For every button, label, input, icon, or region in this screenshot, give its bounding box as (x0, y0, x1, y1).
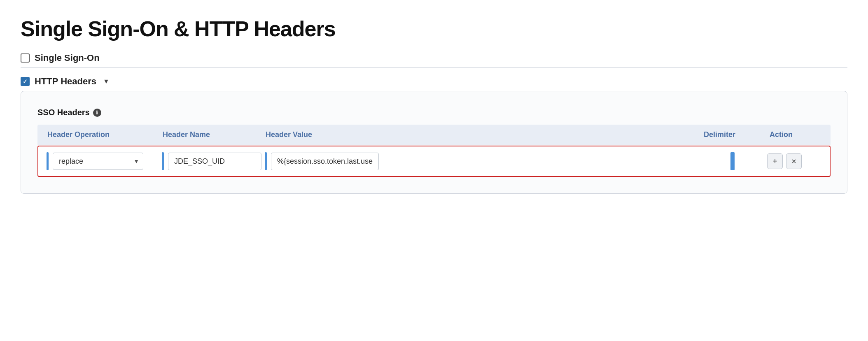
col-header-operation: Header Operation (44, 130, 159, 139)
name-col-divider (162, 152, 164, 170)
http-headers-label: HTTP Headers (35, 76, 96, 87)
table-row: replace add remove set ▼ (38, 146, 830, 176)
sso-headers-title-text: SSO Headers (37, 108, 90, 117)
delimiter-bar (730, 152, 735, 170)
col-header-action: Action (766, 130, 824, 139)
col-header-delimiter: Delimiter (700, 130, 766, 139)
value-cell-inner (265, 152, 379, 170)
value-col-divider (265, 152, 267, 170)
info-icon[interactable]: ℹ (93, 109, 101, 117)
table-row-highlighted: replace add remove set ▼ (37, 146, 831, 177)
sso-headers-table: Header Operation Header Name Header Valu… (37, 125, 831, 177)
header-value-input[interactable] (271, 153, 379, 170)
page-title: Single Sign-On & HTTP Headers (21, 16, 847, 41)
col-header-name: Header Name (159, 130, 262, 139)
http-headers-section-row: HTTP Headers ▼ (21, 76, 847, 87)
operation-cell-inner: replace add remove set ▼ (47, 152, 143, 170)
operation-col-divider (47, 152, 49, 170)
http-headers-checkbox[interactable] (21, 77, 30, 86)
name-cell-inner (162, 152, 261, 170)
cell-action: + × (765, 153, 823, 169)
operation-select-wrapper: replace add remove set ▼ (53, 153, 143, 170)
remove-row-button[interactable]: × (786, 153, 802, 169)
sso-section-row: Single Sign-On (21, 53, 847, 63)
sso-headers-title-row: SSO Headers ℹ (37, 108, 831, 117)
cell-delimiter (700, 152, 765, 170)
header-name-input[interactable] (168, 153, 261, 170)
cell-header-value (263, 152, 700, 170)
sso-checkbox[interactable] (21, 53, 30, 63)
table-header: Header Operation Header Name Header Valu… (37, 125, 831, 145)
sso-label: Single Sign-On (35, 53, 100, 63)
col-header-value: Header Value (262, 130, 700, 139)
section-divider (21, 67, 847, 68)
http-headers-panel: SSO Headers ℹ Header Operation Header Na… (21, 91, 847, 194)
cell-header-name (160, 152, 263, 170)
action-buttons: + × (767, 153, 802, 169)
add-row-button[interactable]: + (767, 153, 783, 169)
http-headers-dropdown-arrow[interactable]: ▼ (103, 78, 110, 85)
cell-header-operation: replace add remove set ▼ (45, 152, 160, 170)
header-operation-select[interactable]: replace add remove set (53, 153, 143, 170)
